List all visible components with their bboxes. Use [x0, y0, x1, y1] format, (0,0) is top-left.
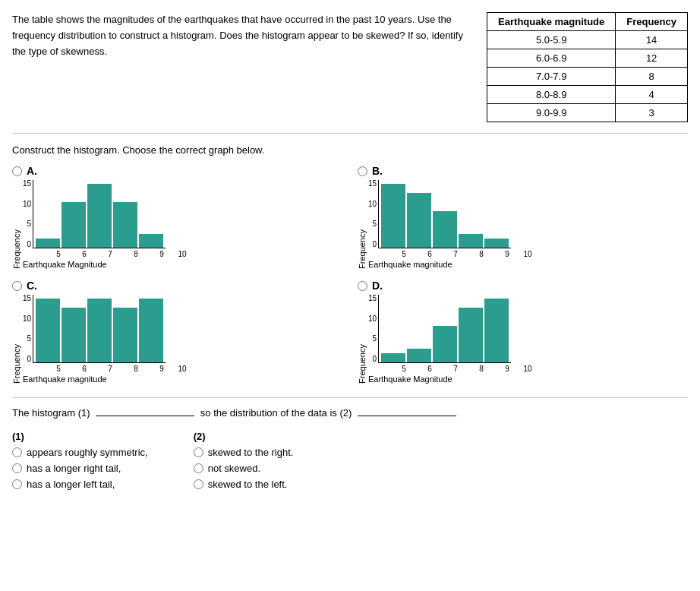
range-cell: 6.0-6.9 — [487, 49, 616, 68]
option-d-yticks: 051015 — [368, 295, 377, 363]
ytick: 0 — [368, 356, 377, 363]
xtick: 7 — [443, 365, 468, 373]
ytick: 5 — [368, 335, 377, 343]
part2-radio3[interactable] — [194, 479, 203, 489]
bar — [484, 239, 509, 248]
xtick: 8 — [123, 250, 149, 258]
freq-cell: 14 — [616, 31, 688, 49]
option-d-bars-yaxis: 051015 — [368, 295, 511, 363]
option-a: A. Frequency 051015 5678910 Earthquake M… — [12, 165, 342, 269]
option-b-header[interactable]: B. — [358, 165, 688, 177]
bar — [433, 326, 457, 362]
part1-radio3[interactable] — [12, 479, 22, 489]
option-c-header[interactable]: C. — [12, 280, 342, 292]
table-row: 8.0-8.94 — [487, 86, 688, 104]
histogram-section-label: Construct the histogram. Choose the corr… — [12, 144, 688, 156]
part2-option1-label: skewed to the right. — [208, 447, 294, 458]
part2-radio1[interactable] — [194, 447, 203, 457]
table-row: 7.0-7.98 — [487, 68, 688, 86]
xtick: 10 — [520, 365, 535, 373]
part2-option3-label: skewed to the left. — [208, 479, 288, 490]
option-a-bars-yaxis: 051015 — [23, 180, 166, 248]
ytick: 10 — [368, 315, 377, 323]
option-d-ylabel: Frequency — [358, 344, 367, 384]
ytick: 0 — [23, 241, 31, 248]
xtick: 9 — [494, 365, 520, 373]
ytick: 15 — [368, 295, 377, 302]
part2-radio2[interactable] — [194, 463, 203, 473]
option-c-chart: Frequency 051015 5678910 Earthquake magn… — [12, 295, 342, 384]
option-d-chart-area: 051015 5678910 Earthquake Magnitude — [368, 295, 535, 384]
option-d: D. Frequency 051015 5678910 Earthquake M… — [358, 280, 688, 384]
ytick: 5 — [23, 335, 31, 343]
part1-label-row: (1) — [12, 431, 148, 442]
ytick: 0 — [23, 356, 31, 363]
option-d-radio[interactable] — [358, 281, 367, 291]
option-b-label: B. — [372, 165, 383, 177]
option-a-bars — [33, 180, 166, 248]
part1-radio1[interactable] — [12, 447, 22, 457]
top-section: The table shows the magnitudes of the ea… — [12, 12, 688, 134]
option-d-xlabel: Earthquake Magnitude — [368, 375, 452, 384]
option-c-ylabel: Frequency — [12, 344, 21, 384]
part2-option1[interactable]: skewed to the right. — [194, 447, 294, 458]
part1-option1[interactable]: appears roughly symmetric, — [12, 447, 148, 458]
xtick: 7 — [97, 250, 123, 258]
range-cell: 7.0-7.9 — [487, 68, 616, 86]
xtick: 5 — [46, 365, 71, 373]
option-a-header[interactable]: A. — [12, 165, 342, 177]
option-d-header[interactable]: D. — [358, 280, 688, 292]
problem-text-content: The table shows the magnitudes of the ea… — [12, 14, 463, 57]
option-d-xticks: 5678910 — [368, 365, 535, 373]
bar — [36, 239, 60, 248]
col1-header: Earthquake magnitude — [487, 13, 616, 31]
part2-col: (2) skewed to the right. not skewed. ske… — [194, 431, 294, 490]
option-b-radio[interactable] — [358, 166, 367, 176]
freq-cell: 3 — [616, 104, 688, 122]
option-a-xlabel: Earthquake Magnitude — [23, 260, 107, 269]
col2-header: Frequency — [616, 13, 688, 31]
part1-option2-label: has a longer right tail, — [27, 463, 121, 474]
option-c: C. Frequency 051015 5678910 Earthquake m… — [12, 280, 342, 384]
option-b-ylabel: Frequency — [358, 229, 367, 269]
conclusion-row: The histogram (1) so the distribution of… — [12, 407, 688, 419]
ytick: 15 — [23, 295, 31, 302]
bar — [61, 308, 86, 362]
conclusion-text-middle: so the distribution of the data is (2) — [200, 407, 352, 419]
part1-option2[interactable]: has a longer right tail, — [12, 463, 148, 474]
divider — [12, 397, 688, 398]
ytick: 10 — [368, 201, 377, 208]
part1-option3[interactable]: has a longer left tail, — [12, 479, 148, 490]
range-cell: 9.0-9.9 — [487, 104, 616, 122]
xtick: 5 — [391, 250, 417, 258]
option-c-radio[interactable] — [12, 281, 22, 291]
problem-description: The table shows the magnitudes of the ea… — [12, 12, 471, 122]
option-a-yticks: 051015 — [23, 180, 31, 248]
freq-cell: 8 — [616, 68, 688, 86]
part2-label-row: (2) — [194, 431, 294, 442]
option-a-radio[interactable] — [12, 166, 22, 176]
xtick: 5 — [46, 250, 71, 258]
part2-option2-label: not skewed. — [208, 463, 260, 474]
option-c-xticks: 5678910 — [23, 365, 190, 373]
table-row: 5.0-5.914 — [487, 31, 688, 49]
option-a-label: A. — [27, 165, 37, 177]
ytick: 5 — [368, 220, 377, 228]
xtick: 6 — [417, 365, 443, 373]
option-a-ylabel: Frequency — [12, 229, 21, 269]
bar — [381, 353, 405, 362]
option-b-bars-yaxis: 051015 — [368, 180, 511, 248]
part2-option2[interactable]: not skewed. — [194, 463, 294, 474]
option-c-chart-area: 051015 5678910 Earthquake magnitude — [23, 295, 190, 384]
answer-options: (1) appears roughly symmetric, has a lon… — [12, 431, 688, 490]
part2-option3[interactable]: skewed to the left. — [194, 479, 294, 490]
option-a-xticks: 5678910 — [23, 250, 190, 258]
part1-option1-label: appears roughly symmetric, — [27, 447, 148, 458]
bar — [407, 193, 431, 248]
part1-radio2[interactable] — [12, 463, 22, 473]
ytick: 15 — [23, 180, 31, 188]
bar — [87, 184, 112, 248]
range-cell: 5.0-5.9 — [487, 31, 616, 49]
xtick: 10 — [175, 365, 190, 373]
xtick: 9 — [149, 365, 175, 373]
